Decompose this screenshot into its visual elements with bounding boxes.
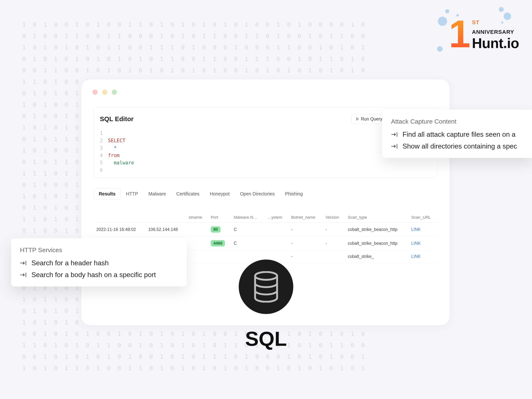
decorative-dots — [431, 7, 504, 30]
insert-icon — [391, 144, 398, 149]
database-badge — [239, 259, 293, 314]
shortcut-item[interactable]: Find all attack capture files seen on a — [391, 131, 526, 138]
minimize-icon[interactable] — [102, 90, 107, 95]
table-col-header: Scan_URL — [408, 212, 437, 223]
window-controls — [93, 90, 117, 95]
table-col-header: Port — [208, 212, 231, 223]
port-badge: 4466 — [211, 240, 225, 246]
table-col-header — [93, 212, 145, 223]
editor-title: SQL Editor — [100, 115, 133, 123]
close-icon[interactable] — [93, 90, 98, 95]
popover-right-title: Attack Capture Content — [391, 118, 526, 125]
tab-honeypot[interactable]: Honeypot — [205, 189, 235, 199]
result-tabs: ResultsHTTPMalwareCertificatesHoneypotOp… — [93, 188, 308, 199]
shortcut-item[interactable]: Show all directories containing a spec — [391, 142, 526, 150]
table-col-header: stname — [186, 212, 208, 223]
popover-left-title: HTTP Services — [20, 246, 178, 254]
code-lines[interactable]: SELECT * from malware — [108, 129, 134, 174]
scan-url-link[interactable]: LINK — [411, 227, 421, 232]
tab-phishing[interactable]: Phishing — [280, 189, 308, 199]
table-col-header — [145, 212, 186, 223]
shortcut-label: Search for a header hash — [32, 259, 109, 267]
tab-certificates[interactable]: Certificates — [171, 189, 205, 199]
badge-brand: Hunt.io — [472, 35, 519, 51]
shortcut-label: Search for a body hash on a specific por… — [32, 271, 156, 279]
insert-icon — [391, 132, 398, 137]
shortcut-item[interactable]: Search for a header hash — [20, 259, 178, 267]
badge-anniversary: ANNIVERSARY — [472, 29, 519, 35]
tab-open-directories[interactable]: Open Directories — [235, 189, 280, 199]
anniversary-badge: 1 ST ANNIVERSARY Hunt.io — [449, 18, 519, 51]
table-col-header: …ystem — [264, 212, 288, 223]
http-services-popover: HTTP Services Search for a header hashSe… — [11, 238, 187, 287]
svg-point-0 — [255, 272, 277, 280]
play-icon — [356, 117, 359, 121]
port-badge: 80 — [211, 226, 220, 233]
attack-capture-popover: Attack Capture Content Find all attack c… — [382, 110, 532, 158]
run-query-button[interactable]: Run Query — [351, 114, 386, 124]
database-icon — [252, 271, 280, 303]
db-label: SQL — [245, 327, 287, 350]
scan-url-link[interactable]: LINK — [411, 241, 421, 246]
table-col-header: Botnet_name — [288, 212, 323, 223]
run-query-label: Run Query — [361, 116, 382, 122]
table-row[interactable]: 2022-11-16 16:48:02106.52.144.14880C--co… — [93, 223, 437, 236]
shortcut-label: Show all directories containing a spec — [403, 142, 517, 150]
table-col-header: Malware.N… — [231, 212, 265, 223]
insert-icon — [20, 260, 27, 266]
tab-http[interactable]: HTTP — [121, 189, 143, 199]
tab-malware[interactable]: Malware — [143, 189, 171, 199]
maximize-icon[interactable] — [112, 90, 117, 95]
line-gutter: 1 2 3 4 5 6 — [100, 129, 108, 174]
scan-url-link[interactable]: LINK — [411, 254, 421, 259]
table-col-header: Version — [323, 212, 345, 223]
table-col-header: Scan_type — [345, 212, 408, 223]
code-area[interactable]: 1 2 3 4 5 6 SELECT * from malware — [100, 127, 431, 174]
shortcut-item[interactable]: Search for a body hash on a specific por… — [20, 271, 178, 279]
tab-results[interactable]: Results — [93, 188, 121, 199]
insert-icon — [20, 272, 27, 277]
shortcut-label: Find all attack capture files seen on a — [403, 131, 516, 138]
